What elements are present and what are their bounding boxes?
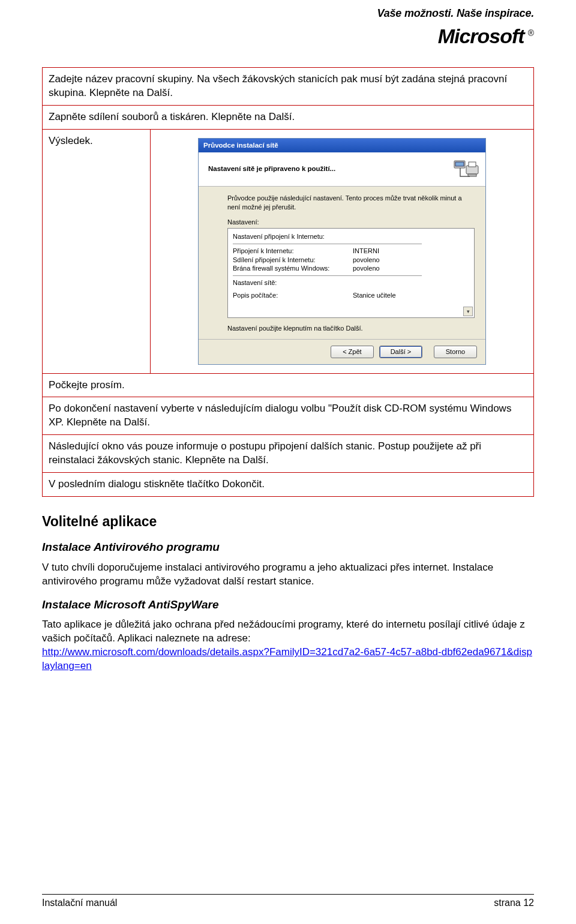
settings-label: Nastavení:	[227, 218, 475, 227]
page-footer: Instalační manuál strana 12	[42, 894, 534, 910]
step-row: V posledním dialogu stiskněte tlačítko D…	[43, 473, 534, 497]
step-row: Zadejte název pracovní skupiny. Na všech…	[43, 68, 534, 106]
kv-row: Sdílení připojení k Internetu: povoleno	[233, 256, 469, 265]
settings-panel: Nastavení připojení k Internetu: Připoje…	[227, 228, 475, 318]
subsection-heading: Instalace Antivirového programu	[42, 539, 534, 555]
footer-left: Instalační manuál	[42, 896, 117, 910]
next-button[interactable]: Další >	[379, 346, 422, 358]
wizard-note: Nastavení použijte klepnutím na tlačítko…	[227, 324, 475, 333]
kv-row: Popis počítače: Stanice učitele	[233, 291, 469, 300]
group-title: Nastavení připojení k Internetu:	[233, 232, 469, 241]
step-row: Zapněte sdílení souborů a tiskáren. Klep…	[43, 105, 534, 129]
wizard-titlebar: Průvodce instalací sítě	[199, 139, 485, 153]
page-header: Vaše možnosti. Naše inspirace. Microsoft…	[377, 6, 534, 50]
logo-text: Microsoft	[438, 23, 524, 50]
wizard-heading: Nastavení sítě je připraveno k použití..…	[208, 164, 335, 174]
paragraph-text: Tato aplikace je důležitá jako ochrana p…	[42, 619, 525, 644]
svg-rect-1	[455, 162, 464, 166]
step-row: Po dokončení nastavení vyberte v následu…	[43, 397, 534, 435]
wizard-header: Nastavení sítě je připraveno k použití..…	[199, 152, 485, 187]
wizard-dialog: Průvodce instalací sítě Nastavení sítě j…	[198, 138, 486, 365]
back-button[interactable]: < Zpět	[331, 346, 374, 358]
kv-row: Brána firewall systému Windows: povoleno	[233, 264, 469, 273]
steps-table: Zadejte název pracovní skupiny. Na všech…	[42, 67, 534, 497]
wizard-body: Průvodce použije následující nastavení. …	[199, 187, 485, 338]
group-title: Nastavení sítě:	[233, 278, 469, 287]
microsoft-logo: Microsoft ®	[377, 23, 534, 50]
registered-icon: ®	[528, 28, 534, 39]
screenshot-cell: Průvodce instalací sítě Nastavení sítě j…	[151, 129, 534, 373]
scroll-down-icon[interactable]: ▾	[463, 307, 473, 316]
network-printer-icon	[453, 157, 479, 180]
paragraph: Tato aplikace je důležitá jako ochrana p…	[42, 618, 534, 673]
download-link[interactable]: http://www.microsoft.com/downloads/detai…	[42, 646, 532, 671]
result-label: Výsledek.	[43, 129, 151, 373]
footer-right: strana 12	[494, 896, 534, 910]
section-heading: Volitelné aplikace	[42, 512, 534, 531]
cancel-button[interactable]: Storno	[434, 346, 477, 358]
svg-rect-3	[469, 162, 476, 167]
wizard-button-row: < Zpět Další > Storno	[199, 339, 485, 364]
wizard-intro: Průvodce použije následující nastavení. …	[227, 194, 475, 212]
tagline: Vaše možnosti. Naše inspirace.	[377, 6, 534, 20]
kv-row: Připojení k Internetu: INTERNI	[233, 247, 469, 256]
step-row: Následující okno vás pouze informuje o p…	[43, 435, 534, 473]
paragraph: V tuto chvíli doporučujeme instalaci ant…	[42, 561, 534, 589]
step-row: Počkejte prosím.	[43, 373, 534, 397]
subsection-heading: Instalace Microsoft AntiSpyWare	[42, 597, 534, 613]
